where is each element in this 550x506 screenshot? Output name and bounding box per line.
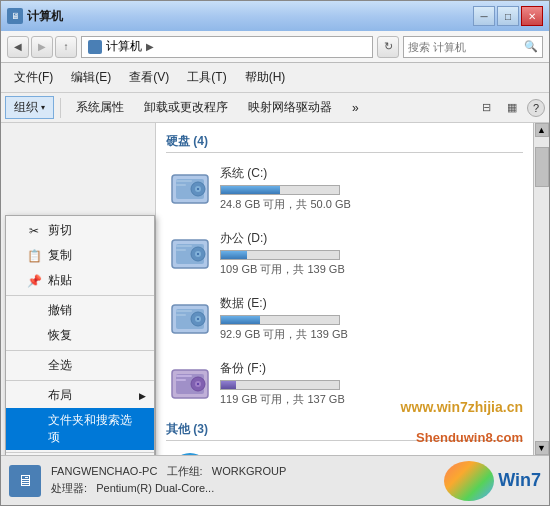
dropdown-copy[interactable]: 📋 复制 (6, 243, 154, 268)
view-options-button[interactable]: ⊟ (475, 97, 497, 119)
maximize-button[interactable]: □ (497, 6, 519, 26)
menu-file[interactable]: 文件(F) (5, 66, 62, 89)
baidu-cloud-item[interactable]: ☁ 百度云管家 双击运行百度云管家 (166, 449, 523, 455)
drive-e[interactable]: 数据 (E:) 92.9 GB 可用，共 139 GB (166, 291, 523, 346)
refresh-button[interactable]: ↻ (377, 36, 399, 58)
dropdown-sep-1 (6, 295, 154, 296)
dropdown-cut[interactable]: ✂ 剪切 (6, 218, 154, 243)
dropdown-layout[interactable]: 布局 (6, 383, 154, 408)
folder-options-icon (26, 421, 42, 437)
drive-d[interactable]: 办公 (D:) 109 GB 可用，共 139 GB (166, 226, 523, 281)
menu-items: 文件(F) 编辑(E) 查看(V) 工具(T) 帮助(H) (5, 66, 294, 89)
dropdown-sep-3 (6, 380, 154, 381)
address-drive-icon (88, 40, 102, 54)
drive-e-bar-container (220, 315, 340, 325)
drive-e-info: 数据 (E:) 92.9 GB 可用，共 139 GB (220, 295, 519, 342)
drive-c[interactable]: 系统 (C:) 24.8 GB 可用，共 50.0 GB (166, 161, 523, 216)
drive-e-name: 数据 (E:) (220, 295, 519, 312)
map-network-button[interactable]: 映射网络驱动器 (239, 96, 341, 119)
back-button[interactable]: ◀ (7, 36, 29, 58)
undo-icon (26, 303, 42, 319)
address-field[interactable]: 计算机 ▶ (81, 36, 373, 58)
menu-tools[interactable]: 工具(T) (178, 66, 235, 89)
status-computer-name: FANGWENCHAO-PC 工作组: WORKGROUP (51, 464, 286, 479)
select-all-icon (26, 358, 42, 374)
more-button[interactable]: » (343, 98, 368, 118)
copy-label: 复制 (48, 247, 72, 264)
address-text: 计算机 (106, 38, 142, 55)
scroll-thumb[interactable] (535, 147, 549, 187)
svg-point-4 (197, 188, 199, 190)
watermark-1: www.win7zhijia.cn (401, 399, 523, 415)
uninstall-button[interactable]: 卸载或更改程序 (135, 96, 237, 119)
nav-buttons: ◀ ▶ ↑ (7, 36, 77, 58)
win7-text: Win7 (498, 470, 541, 491)
status-pc-icon: 🖥 (9, 465, 41, 497)
svg-point-11 (197, 253, 199, 255)
svg-rect-5 (176, 180, 192, 182)
scroll-up-button[interactable]: ▲ (535, 123, 549, 137)
help-button[interactable]: ? (527, 99, 545, 117)
search-box[interactable]: 🔍 (403, 36, 543, 58)
drive-f-name: 备份 (F:) (220, 360, 519, 377)
dropdown-undo[interactable]: 撤销 (6, 298, 154, 323)
dropdown-folder-options[interactable]: 文件夹和搜索选项 (6, 408, 154, 450)
search-input[interactable] (408, 41, 520, 53)
dropdown-redo[interactable]: 恢复 (6, 323, 154, 348)
drive-c-size: 24.8 GB 可用，共 50.0 GB (220, 197, 519, 212)
undo-label: 撤销 (48, 302, 72, 319)
svg-rect-26 (176, 375, 192, 377)
copy-icon: 📋 (26, 248, 42, 264)
organize-label: 组织 (14, 99, 38, 116)
svg-point-18 (197, 318, 199, 320)
main-window: 🖥 计算机 ─ □ ✕ ◀ ▶ ↑ 计算机 ▶ ↻ 🔍 文件(F) 编辑(E (0, 0, 550, 506)
organize-button[interactable]: 组织 ▾ (5, 96, 54, 119)
title-bar-left: 🖥 计算机 (7, 8, 63, 25)
cut-label: 剪切 (48, 222, 72, 239)
drive-c-bar (221, 186, 280, 194)
organize-dropdown: ✂ 剪切 📋 复制 📌 粘贴 撤销 恢复 全选 (5, 215, 155, 455)
hard-disks-title: 硬盘 (4) (166, 133, 523, 153)
view-toggle-button[interactable]: ▦ (501, 97, 523, 119)
up-button[interactable]: ↑ (55, 36, 77, 58)
minimize-button[interactable]: ─ (473, 6, 495, 26)
svg-rect-13 (176, 249, 186, 251)
redo-label: 恢复 (48, 327, 72, 344)
toolbar: 组织 ▾ 系统属性 卸载或更改程序 映射网络驱动器 » ⊟ ▦ ? (1, 93, 549, 123)
drive-c-info: 系统 (C:) 24.8 GB 可用，共 50.0 GB (220, 165, 519, 212)
drive-c-name: 系统 (C:) (220, 165, 519, 182)
menu-help[interactable]: 帮助(H) (236, 66, 295, 89)
toolbar-right: ⊟ ▦ ? (475, 97, 545, 119)
scroll-down-button[interactable]: ▼ (535, 441, 549, 455)
organize-arrow: ▾ (41, 103, 45, 112)
menu-bar: 文件(F) 编辑(E) 查看(V) 工具(T) 帮助(H) (1, 63, 549, 93)
paste-label: 粘贴 (48, 272, 72, 289)
title-buttons: ─ □ ✕ (473, 6, 543, 26)
dropdown-paste[interactable]: 📌 粘贴 (6, 268, 154, 293)
window-icon: 🖥 (7, 8, 23, 24)
svg-rect-12 (176, 245, 192, 247)
baidu-cloud-icon: ☁ (170, 453, 210, 455)
drive-d-bar-container (220, 250, 340, 260)
search-icon[interactable]: 🔍 (524, 40, 538, 53)
logo-area: Win7 (444, 461, 541, 501)
status-bar: 🖥 FANGWENCHAO-PC 工作组: WORKGROUP 处理器: Pen… (1, 455, 549, 505)
scroll-track-area (535, 137, 549, 441)
system-props-button[interactable]: 系统属性 (67, 96, 133, 119)
dropdown-select-all[interactable]: 全选 (6, 353, 154, 378)
svg-rect-20 (176, 314, 186, 316)
status-info: FANGWENCHAO-PC 工作组: WORKGROUP 处理器: Penti… (51, 464, 286, 498)
scrollbar[interactable]: ▲ ▼ (533, 123, 549, 455)
toolbar-separator (60, 98, 61, 118)
forward-button[interactable]: ▶ (31, 36, 53, 58)
dropdown-sep-4 (6, 452, 154, 453)
close-button[interactable]: ✕ (521, 6, 543, 26)
drive-f-bar (221, 381, 236, 389)
paste-icon: 📌 (26, 273, 42, 289)
select-all-label: 全选 (48, 357, 72, 374)
menu-view[interactable]: 查看(V) (120, 66, 178, 89)
drive-c-bar-container (220, 185, 340, 195)
address-arrow: ▶ (146, 41, 154, 52)
menu-edit[interactable]: 编辑(E) (62, 66, 120, 89)
address-bar: ◀ ▶ ↑ 计算机 ▶ ↻ 🔍 (1, 31, 549, 63)
